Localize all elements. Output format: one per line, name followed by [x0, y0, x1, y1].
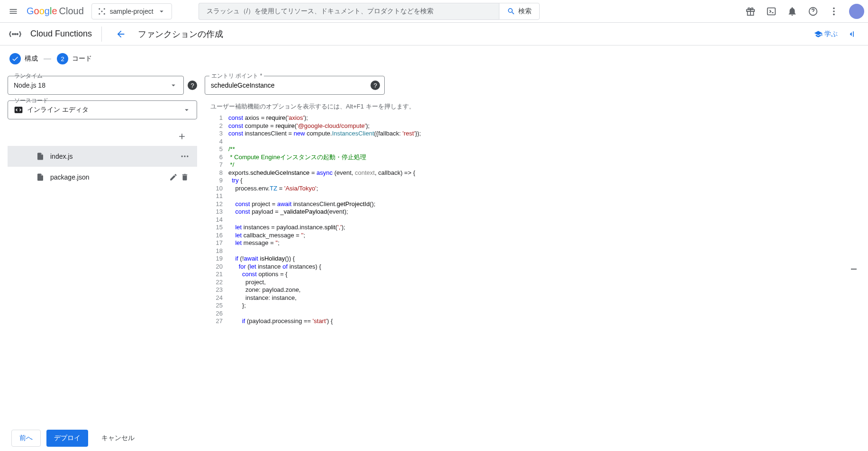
- svg-point-1: [104, 8, 105, 9]
- file-name: index.js: [50, 153, 174, 160]
- search-container: スラッシュ（/）を使用してリソース、ドキュメント、プロダクトなどを検索 検索: [199, 3, 540, 20]
- project-name: sample-project: [110, 8, 154, 15]
- bell-icon: [787, 6, 797, 17]
- notifications-button[interactable]: [783, 2, 802, 21]
- help-button[interactable]: [804, 2, 823, 21]
- svg-point-16: [181, 155, 183, 157]
- school-icon: [814, 30, 823, 38]
- subheader-right: 学ぶ: [814, 25, 860, 44]
- file-item[interactable]: index.js: [8, 146, 197, 167]
- google-cloud-logo[interactable]: Google Cloud: [27, 6, 84, 17]
- learn-label: 学ぶ: [824, 30, 838, 38]
- file-icon: [36, 173, 45, 181]
- panel-collapse-icon: [846, 29, 856, 39]
- subheader: Cloud Functions ファンクションの作成 学ぶ: [0, 23, 868, 45]
- top-header: Google Cloud sample-project スラッシュ（/）を使用し…: [0, 0, 868, 23]
- dropdown-icon: [169, 81, 178, 90]
- product-name: Cloud Functions: [30, 29, 92, 39]
- more-horiz-icon[interactable]: [180, 152, 190, 161]
- step-code[interactable]: 2 コード: [57, 53, 92, 64]
- runtime-help[interactable]: ?: [188, 81, 197, 90]
- file-icon: [36, 152, 45, 161]
- source-value: インライン エディタ: [27, 106, 89, 114]
- svg-point-4: [101, 10, 102, 12]
- left-panel: ランタイム Node.js 18 ? ソースコード インライン エディタ: [8, 72, 197, 424]
- learn-button[interactable]: 学ぶ: [814, 30, 838, 38]
- file-list: index.jspackage.json: [8, 146, 197, 188]
- help-icon: [808, 6, 818, 17]
- svg-rect-19: [851, 269, 857, 270]
- page-title: ファンクションの作成: [138, 28, 223, 40]
- svg-point-13: [15, 33, 16, 34]
- hamburger-icon: [9, 7, 18, 16]
- step-connector: [44, 59, 51, 59]
- right-panel: エントリ ポイント * ? ユーザー補助機能のオプションを表示するには、Alt+…: [205, 72, 860, 424]
- svg-point-11: [833, 13, 835, 15]
- divider: [101, 27, 102, 42]
- terminal-button[interactable]: [762, 2, 781, 21]
- entry-help[interactable]: ?: [371, 81, 380, 90]
- code-icon: [14, 105, 23, 115]
- runtime-select[interactable]: Node.js 18: [8, 76, 184, 95]
- header-right: [741, 2, 864, 21]
- gift-button[interactable]: [741, 2, 760, 21]
- source-select[interactable]: インライン エディタ: [8, 100, 197, 119]
- file-name: package.json: [50, 173, 163, 181]
- arrow-back-icon: [116, 29, 126, 39]
- resize-handle[interactable]: [851, 264, 857, 274]
- add-file-button[interactable]: [174, 129, 190, 144]
- step-number: 2: [57, 53, 68, 64]
- file-section: index.jspackage.json: [8, 127, 197, 188]
- entry-label: エントリ ポイント *: [209, 72, 264, 80]
- svg-point-17: [184, 155, 185, 157]
- check-icon: [11, 55, 19, 63]
- file-item[interactable]: package.json: [8, 167, 197, 188]
- cloud-functions-icon: [8, 27, 23, 42]
- search-button[interactable]: 検索: [499, 3, 540, 20]
- project-selector[interactable]: sample-project: [91, 3, 172, 19]
- search-button-label: 検索: [518, 7, 532, 16]
- search-input[interactable]: スラッシュ（/）を使用してリソース、ドキュメント、プロダクトなどを検索: [199, 3, 499, 20]
- svg-point-14: [17, 33, 18, 34]
- code-editor[interactable]: 1234567891011121314151617181920212223242…: [205, 113, 860, 424]
- dropdown-icon: [182, 106, 191, 114]
- svg-point-0: [99, 8, 100, 9]
- code-content[interactable]: const axios = require('axios');const com…: [228, 113, 860, 424]
- step-config[interactable]: 構成: [9, 53, 38, 64]
- stepper: 構成 2 コード: [0, 45, 868, 72]
- gift-icon: [745, 6, 756, 17]
- svg-point-18: [187, 155, 188, 157]
- back-button[interactable]: [111, 25, 130, 44]
- more-button[interactable]: [824, 2, 843, 21]
- step-done-icon: [9, 53, 21, 64]
- delete-icon[interactable]: [180, 172, 190, 182]
- svg-point-3: [104, 13, 105, 14]
- edit-icon[interactable]: [169, 172, 178, 182]
- project-icon: [98, 7, 106, 16]
- search-icon: [507, 7, 515, 16]
- step-code-label: コード: [72, 54, 92, 63]
- svg-point-2: [99, 13, 100, 14]
- more-vert-icon: [829, 6, 839, 17]
- main-content: ランタイム Node.js 18 ? ソースコード インライン エディタ: [0, 72, 868, 424]
- svg-point-10: [833, 10, 835, 12]
- line-gutter: 1234567891011121314151617181920212223242…: [205, 113, 228, 424]
- avatar[interactable]: [849, 4, 864, 19]
- runtime-value: Node.js 18: [14, 81, 45, 89]
- cloud-logo-text: Cloud: [59, 6, 84, 17]
- plus-icon: [177, 132, 187, 141]
- svg-point-12: [12, 33, 13, 34]
- svg-point-9: [833, 7, 835, 9]
- terminal-icon: [766, 6, 777, 17]
- nav-menu-button[interactable]: [4, 2, 23, 21]
- a11y-hint: ユーザー補助機能のオプションを表示するには、Alt+F1 キーを押します。: [205, 100, 860, 113]
- collapse-panel-button[interactable]: [841, 25, 860, 44]
- google-logo-text: Google: [27, 6, 57, 17]
- step-config-label: 構成: [25, 54, 38, 63]
- dropdown-icon: [157, 7, 166, 16]
